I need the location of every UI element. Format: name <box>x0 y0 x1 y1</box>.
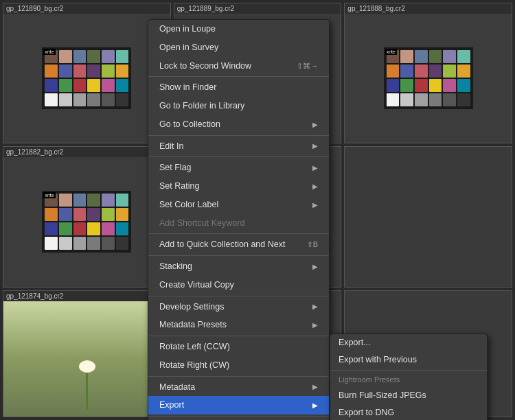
photo-thumbnail: xrite <box>3 14 170 143</box>
menu-item-label: Develop Settings <box>159 301 225 314</box>
menu-item-label: Create Virtual Copy <box>159 279 234 292</box>
menu-item-label: Edit In <box>159 140 183 153</box>
submenu-item-burn-full-jpegs[interactable]: Burn Full-Sized JPEGs <box>330 387 487 404</box>
photo-label: gp_121890_bg.cr2 <box>3 3 170 14</box>
submenu-item-label: Export... <box>339 336 371 349</box>
photo-thumbnail <box>345 147 512 286</box>
submenu-arrow-icon: ▶ <box>312 119 318 130</box>
menu-item-label: Stacking <box>159 260 192 273</box>
menu-item-metadata-presets[interactable]: Metadata Presets▶ <box>148 316 329 334</box>
photo-cell[interactable]: gp_121874_bg.cr2 <box>3 290 171 417</box>
submenu-separator <box>330 370 487 371</box>
menu-item-develop-settings[interactable]: Develop Settings▶ <box>148 298 329 316</box>
photo-label: gp_121882_bg.cr2 <box>3 147 170 157</box>
submenu-item-label: Burn Full-Sized JPEGs <box>339 389 426 402</box>
menu-item-label: Rotate Left (CCW) <box>159 340 230 353</box>
photo-cell[interactable] <box>344 146 512 287</box>
submenu-item-export-dialog[interactable]: Export... <box>330 334 487 351</box>
menu-item-label: Add Shortcut Keyword <box>159 217 244 230</box>
menu-separator <box>148 233 329 234</box>
menu-item-show-finder[interactable]: Show in Finder <box>148 78 329 97</box>
photo-thumbnail <box>3 301 170 417</box>
menu-item-set-flag[interactable]: Set Flag▶ <box>148 159 329 177</box>
menu-item-go-folder-library[interactable]: Go to Folder in Library <box>148 97 329 115</box>
submenu-arrow-icon: ▶ <box>312 261 318 272</box>
menu-item-label: Rotate Right (CW) <box>159 359 229 372</box>
context-menu[interactable]: Open in LoupeOpen in SurveyLock to Secon… <box>148 19 330 420</box>
submenu-item-label: Export to DNG <box>339 406 394 419</box>
menu-item-add-shortcut-keyword: Add Shortcut Keyword <box>148 214 329 233</box>
submenu-arrow-icon: ▶ <box>312 181 318 191</box>
menu-item-rotate-right[interactable]: Rotate Right (CW) <box>148 356 329 375</box>
photo-cell[interactable]: gp_121890_bg.cr2xrite <box>3 3 171 143</box>
menu-item-label: Add to Quick Collection and Next <box>159 238 285 251</box>
menu-item-open-survey[interactable]: Open in Survey <box>148 38 329 57</box>
menu-separator <box>148 76 329 77</box>
menu-item-add-quick-collection[interactable]: Add to Quick Collection and Next⇧B <box>148 235 329 254</box>
menu-item-rotate-left[interactable]: Rotate Left (CCW) <box>148 338 329 356</box>
menu-separator <box>148 336 329 336</box>
flower-image <box>3 301 170 417</box>
menu-item-metadata[interactable]: Metadata▶ <box>148 378 329 397</box>
photo-cell[interactable]: gp_121882_bg.cr2xrite <box>3 146 171 287</box>
menu-item-go-collection[interactable]: Go to Collection▶ <box>148 115 329 134</box>
menu-item-label: Set Flag <box>159 161 192 174</box>
menu-item-label: Set Rating <box>159 180 199 193</box>
menu-separator <box>148 296 329 296</box>
menu-item-label: Lock to Second Window <box>159 60 251 73</box>
submenu-arrow-icon: ▶ <box>312 320 318 330</box>
menu-item-label: Metadata <box>159 381 195 394</box>
submenu-arrow-icon: ▶ <box>312 400 318 410</box>
menu-item-label: Show in Finder <box>159 81 216 94</box>
submenu-arrow-icon: ▶ <box>312 200 318 210</box>
menu-shortcut: ⇧B <box>307 239 318 250</box>
menu-item-set-color-label[interactable]: Set Color Label▶ <box>148 196 329 214</box>
menu-item-edit-in[interactable]: Edit In▶ <box>148 137 329 156</box>
submenu-arrow-icon: ▶ <box>312 141 318 151</box>
menu-item-open-loupe[interactable]: Open in Loupe <box>148 20 329 38</box>
menu-item-label: Set Color Label <box>159 198 218 211</box>
menu-separator <box>148 135 329 136</box>
menu-shortcut: ⇧⌘→ <box>297 60 318 72</box>
menu-separator <box>148 376 329 377</box>
photo-thumbnail: xrite <box>345 14 512 143</box>
menu-item-export[interactable]: Export▶ <box>148 396 329 415</box>
menu-item-create-virtual-copy[interactable]: Create Virtual Copy <box>148 276 329 294</box>
menu-item-label: Go to Collection <box>159 118 220 131</box>
menu-item-label: Metadata Presets <box>159 318 227 331</box>
menu-item-label: Go to Folder in Library <box>159 100 244 113</box>
photo-label: gp_121889_bg.cr2 <box>174 3 341 14</box>
submenu-arrow-icon: ▶ <box>312 301 318 312</box>
submenu-item-label: Export with Previous <box>339 353 417 366</box>
photo-label: gp_121874_bg.cr2 <box>3 291 170 301</box>
menu-separator <box>148 255 329 256</box>
submenu-arrow-icon: ▶ <box>312 163 318 173</box>
photo-cell[interactable]: gp_121888_bg.cr2xrite <box>344 3 512 143</box>
menu-item-label: Open in Survey <box>159 41 218 54</box>
submenu-item-export-dng[interactable]: Export to DNG <box>330 404 487 420</box>
submenu-arrow-icon: ▶ <box>312 382 318 392</box>
submenu-item-export-with-previous[interactable]: Export with Previous <box>330 351 487 369</box>
menu-separator <box>148 156 329 157</box>
export-submenu[interactable]: Export...Export with PreviousLightroom P… <box>330 334 488 420</box>
menu-item-lock-second-window[interactable]: Lock to Second Window⇧⌘→ <box>148 57 329 75</box>
menu-separator <box>148 416 329 417</box>
menu-item-stacking[interactable]: Stacking▶ <box>148 257 329 276</box>
menu-item-label: Export <box>159 399 184 412</box>
menu-item-label: Open in Loupe <box>159 23 216 36</box>
menu-item-set-rating[interactable]: Set Rating▶ <box>148 177 329 196</box>
photo-label: gp_121888_bg.cr2 <box>345 3 512 14</box>
lightroom-presets-label: Lightroom Presets <box>330 372 487 388</box>
photo-thumbnail: xrite <box>3 157 170 286</box>
